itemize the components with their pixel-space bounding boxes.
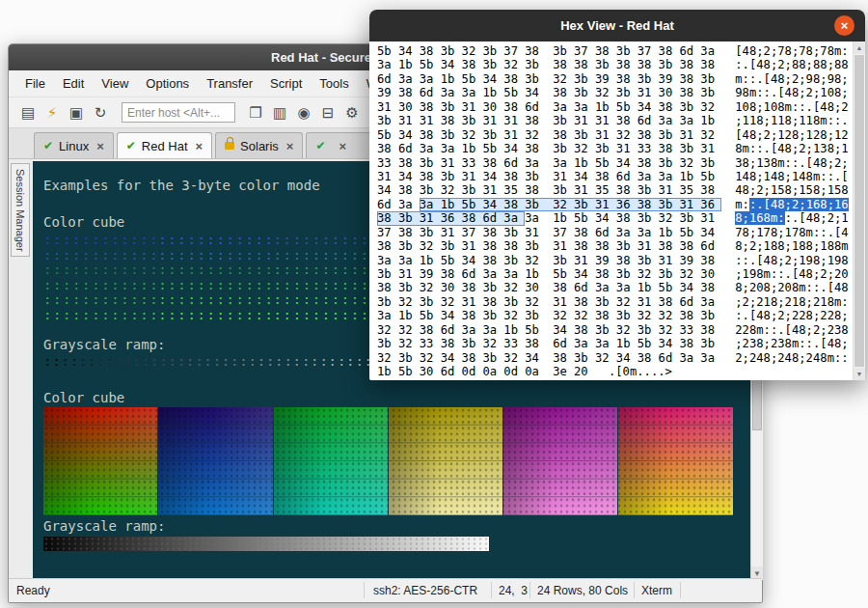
hex-ascii: 78;178;178m::.[4 (735, 226, 848, 239)
hex-row[interactable]: 383b3136386d3a3a1b5b34383b323b318;168m::… (377, 211, 853, 225)
hex-row[interactable]: 37383b3137383b3137386d3a3a1b5b3478;178;1… (377, 226, 853, 239)
color-cube-panel (503, 407, 617, 515)
tab-label: Red Hat (142, 139, 188, 153)
toolbar-right-group: ❐▥◉⊟⚙ (244, 101, 365, 124)
ramp-step: :: (115, 354, 132, 369)
close-button[interactable]: × (834, 15, 854, 36)
hex-row[interactable]: 3b3131383b3131383b3131386d3a3a1b;118;118… (377, 114, 853, 127)
hex-ascii: [48;2;128;128;12 (735, 128, 848, 142)
color-cube-cell: :::::::::::: (158, 248, 273, 263)
hex-row[interactable]: 3b323b3231383b3231383b3231386d3a;2;218;2… (377, 295, 853, 309)
find-icon[interactable]: ◉ (292, 101, 315, 124)
hex-row[interactable]: 3b3233383b3233386d3a3a1b5b34383b;238;238… (377, 337, 853, 350)
hex-row[interactable]: 34383b323b3135383b3135383b31353848;2;158… (377, 183, 853, 197)
ramp-step: :: (186, 354, 203, 369)
statusbar: Ready ssh2: AES-256-CTR 24, 3 24 Rows, 8… (9, 578, 762, 602)
print-icon[interactable]: ⊟ (316, 101, 339, 124)
hex-scrollbar[interactable]: ▲ ▼ (853, 41, 865, 380)
hex-selection: 383b3136386d3a (377, 211, 525, 225)
hex-row[interactable]: 39386d3a3a1b5b34383b323b3130383b98m::.[4… (377, 86, 853, 99)
hex-ascii: 98m::.[48;2;108; (735, 86, 848, 99)
color-cube-cell: :::::::::::: (43, 308, 158, 323)
hex-row[interactable]: 6d3a3a1b5b34383b323b39383b39383bm::.[48;… (377, 72, 853, 86)
hex-bytes: 5b34383b323b37383b37383b37386d3a (377, 44, 721, 58)
copy-icon[interactable]: ❐ (244, 101, 267, 124)
hex-bytes: 1b5b306d0d0a0d0a3e20 (377, 365, 595, 378)
scroll-down-icon[interactable]: ▼ (854, 368, 865, 380)
hex-ascii: 8;168m::.[48;2;1 (735, 211, 848, 225)
session-manager-tab[interactable]: Session Manager (11, 163, 30, 257)
tab-close-icon[interactable]: × (339, 139, 347, 153)
hex-ascii: ;198m::.[48;2;20 (735, 267, 848, 281)
tab-close-icon[interactable]: × (196, 139, 203, 153)
scroll-up-icon[interactable]: ▲ (854, 41, 865, 54)
menu-view[interactable]: View (93, 76, 137, 91)
session-manager-label: Session Manager (14, 169, 26, 256)
tab-close-icon[interactable]: × (96, 139, 104, 153)
ramp-step: :: (132, 354, 149, 369)
hex-row[interactable]: 3134383b3134383b3134386d3a3a1b5b148;148;… (377, 170, 853, 183)
hex-row[interactable]: 3b3139386d3a3a1b5b34383b323b3230;198m::.… (377, 267, 853, 281)
hex-row[interactable]: 3a3a1b5b34383b323b3139383b313938::.[48;2… (377, 254, 853, 267)
scrollbar-thumb[interactable] (854, 55, 864, 367)
ramp-step: :: (239, 354, 257, 369)
reconnect-icon[interactable]: ↻ (89, 101, 112, 124)
hex-row[interactable]: 383b3230383b3230386d3a3a1b5b34388;208;20… (377, 281, 853, 294)
menu-transfer[interactable]: Transfer (198, 76, 261, 91)
hex-row[interactable]: 33383b3133386d3a3a1b5b34383b323b38;138m:… (377, 156, 853, 170)
hex-row[interactable]: 3232386d3a3a1b5b34383b323b323338228m::.[… (377, 323, 853, 337)
status-ready: Ready (16, 584, 50, 597)
paste-icon[interactable]: ▥ (268, 101, 291, 124)
close-icon: × (841, 18, 849, 33)
color-cube-panel (274, 407, 388, 515)
ramp-step: :: (293, 354, 311, 369)
hex-selection: 3a1b5b34383b323b3136383b3136 (420, 198, 721, 211)
hex-row[interactable]: 1b5b306d0d0a0d0a3e20.[0m....> (377, 365, 853, 378)
hex-row[interactable]: 383b323b3138383b3138383b3138386d8;2;188;… (377, 239, 853, 253)
hex-bytes: 3a1b5b34383b323b3232383b3232383b (377, 309, 721, 322)
color-cube-panel (43, 407, 157, 515)
hex-row[interactable]: 3a1b5b34383b323b38383b38383b3838:.[48;2;… (377, 58, 853, 71)
quick-connect-icon[interactable]: ⚡ (41, 101, 64, 124)
host-input[interactable]: Enter host <Alt+... (122, 102, 235, 123)
hex-bytes: 3b3139386d3a3a1b5b34383b323b3230 (377, 267, 721, 281)
connect-icon[interactable]: ▣ (65, 101, 88, 124)
hex-row[interactable]: 3130383b3130386d3a3a1b5b34383b32108;108m… (377, 100, 853, 114)
hex-row[interactable]: 323b3234383b3234383b3234386d3a3a2;248;24… (377, 351, 853, 365)
hex-row[interactable]: 5b34383b323b3132383b3132383b3132[48;2;12… (377, 128, 853, 142)
color-cube-background (43, 407, 734, 515)
hex-row[interactable]: 386d3a3a1b5b34383b323b3133383b318m::.[48… (377, 142, 853, 155)
hex-row[interactable]: 6d3a3a1b5b34383b323b3136383b3136m::.[48;… (377, 198, 853, 211)
menu-script[interactable]: Script (261, 76, 311, 91)
hex-ascii: ::.[48;2;198;198 (735, 254, 848, 267)
color-cube-cell: :::::::::::: (158, 263, 273, 278)
hex-row[interactable]: 5b34383b323b37383b37383b37386d3a[48;2;78… (377, 44, 853, 58)
tab-linux[interactable]: ✔Linux× (34, 132, 114, 158)
menu-edit[interactable]: Edit (54, 76, 93, 91)
menu-options[interactable]: Options (137, 76, 198, 91)
hex-bytes: 33383b3133386d3a3a1b5b34383b323b (377, 156, 721, 170)
status-emulation: Xterm (641, 584, 672, 597)
status-terminal-size: 24 Rows, 80 Cols (537, 584, 628, 597)
tab-solaris[interactable]: Solaris× (215, 132, 303, 158)
hex-row[interactable]: 3a1b5b34383b323b3232383b3232383b:.[48;2;… (377, 309, 853, 322)
status-separator (634, 582, 635, 598)
hex-bytes: 3a3a1b5b34383b323b3139383b313938 (377, 254, 721, 267)
status-cursor-position: 24, 3 (499, 584, 528, 597)
hex-view-window: Hex View - Red Hat × 5b34383b323b37383b3… (369, 10, 865, 380)
ramp-step: :: (222, 354, 239, 369)
session-manager-icon[interactable]: ▤ (16, 101, 40, 124)
status-separator (680, 582, 681, 598)
options-icon[interactable]: ⚙ (340, 101, 364, 124)
hex-content[interactable]: 5b34383b323b37383b37383b37386d3a[48;2;78… (369, 41, 853, 380)
menu-tools[interactable]: Tools (311, 76, 357, 91)
hex-window-title: Hex View - Red Hat (560, 18, 674, 33)
hex-ascii: ;2;218;218;218m: (735, 295, 848, 309)
tab-red-hat[interactable]: ✔Red Hat× (117, 132, 212, 158)
menu-file[interactable]: File (16, 76, 54, 91)
color-cube-panel (158, 407, 272, 515)
color-cube-cell: :::::::::::: (43, 248, 158, 263)
hex-titlebar[interactable]: Hex View - Red Hat × (369, 10, 865, 41)
tab-close-icon[interactable]: × (286, 139, 294, 153)
connected-check-icon: ✔ (126, 139, 136, 152)
